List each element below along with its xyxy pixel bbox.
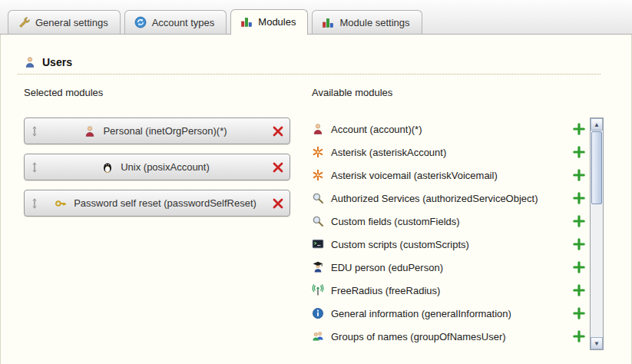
scrollbar-track[interactable] [591,131,603,337]
chart-icon [240,15,253,28]
add-icon[interactable] [573,330,585,342]
tab-general-settings[interactable]: General settings [8,10,121,34]
drag-handle-icon[interactable] [30,161,39,174]
selected-module-content: Personal (inetOrgPerson)(*) [39,125,272,137]
module-label: Custom fields (customFields) [331,216,460,227]
asterisk-icon [312,146,324,158]
add-icon[interactable] [573,123,585,135]
tab-module-settings[interactable]: Module settings [312,10,422,34]
module-label: Asterisk (asteriskAccount) [331,147,446,158]
person-icon [312,123,324,135]
group-icon [312,330,324,342]
selected-module-row[interactable]: Unix (posixAccount) [24,154,290,180]
selected-module-row[interactable]: Personal (inetOrgPerson)(*) [24,117,290,144]
magnifier-icon [312,215,324,227]
available-modules-list: Account (account)(*) Asterisk (asteriskA… [312,117,585,350]
scrollbar[interactable]: ▲ ▼ [590,117,604,350]
module-label: Account (account)(*) [331,124,422,135]
available-module-row: Account (account)(*) [312,117,585,141]
available-module-row: FreeRadius (freeRadius) [312,279,585,302]
info-icon [312,307,324,319]
add-icon[interactable] [573,169,585,181]
chart-icon [322,16,334,28]
add-icon[interactable] [573,307,585,319]
module-label: Unix (posixAccount) [121,161,210,173]
selected-modules-heading: Selected modules [24,87,312,98]
selected-module-row[interactable]: Password self reset (passwordSelfReset) [24,190,290,217]
add-icon[interactable] [573,146,585,158]
user-icon [24,56,36,68]
add-icon[interactable] [573,215,585,227]
available-module-row: Asterisk voicemail (asteriskVoicemail) [312,164,585,187]
key-icon [55,197,67,210]
add-icon[interactable] [573,261,585,273]
module-label: Groups of names (groupOfNamesUser) [331,331,506,342]
scroll-up-icon: ▲ [594,121,600,128]
tab-label: Modules [258,16,296,28]
module-label: Custom scripts (customScripts) [331,239,469,250]
available-module-row: Groups of names (groupOfNamesUser) [312,325,585,348]
selected-module-content: Unix (posixAccount) [39,161,272,174]
refresh-icon [134,16,147,28]
drag-handle-icon[interactable] [30,125,39,137]
tab-label: General settings [35,17,108,28]
available-module-row: Asterisk (asteriskAccount) [312,141,585,164]
available-modules-column: Available modules Account (account)(*) A… [312,87,614,350]
lam-config-window: General settings Account types Modules M… [0,0,632,364]
asterisk-icon [312,169,324,181]
person-icon [84,125,96,137]
module-label: EDU person (eduPerson) [331,262,443,273]
drag-handle-icon[interactable] [30,197,39,210]
wrench-icon [18,16,30,28]
available-module-row: Authorized Services (authorizedServiceOb… [312,187,585,210]
add-icon[interactable] [573,284,585,296]
module-label: Asterisk voicemail (asteriskVoicemail) [331,170,498,181]
users-section-heading: Users [18,42,601,74]
module-label: Personal (inetOrgPerson)(*) [103,125,227,137]
delete-icon[interactable] [272,197,284,210]
tab-modules[interactable]: Modules [230,9,308,35]
available-module-row: General information (generalInformation) [312,302,585,325]
graduate-icon [312,261,324,273]
add-icon[interactable] [573,238,585,250]
radio-icon [312,284,324,296]
magnifier-icon [312,192,324,204]
scroll-up-button[interactable]: ▲ [591,118,603,131]
tab-bar: General settings Account types Modules M… [0,0,632,35]
tab-label: Account types [152,17,215,28]
section-title: Users [42,56,72,68]
available-module-row: EDU person (eduPerson) [312,256,585,279]
scroll-down-button[interactable]: ▼ [591,337,603,349]
delete-icon[interactable] [272,125,284,137]
selected-module-content: Password self reset (passwordSelfReset) [39,197,272,210]
module-label: FreeRadius (freeRadius) [331,285,440,296]
module-label: General information (generalInformation) [331,308,511,319]
scroll-down-icon: ▼ [594,340,600,347]
available-module-row: Custom fields (customFields) [312,210,585,233]
available-modules-heading: Available modules [312,87,604,98]
add-icon[interactable] [573,192,585,204]
selected-modules-column: Selected modules Personal (inetOrgPerson… [18,87,312,350]
module-label: Password self reset (passwordSelfReset) [74,197,256,209]
tab-label: Module settings [339,17,409,28]
tab-account-types[interactable]: Account types [124,10,227,34]
penguin-icon [101,161,114,174]
available-module-row: Custom scripts (customScripts) [312,233,585,256]
terminal-icon [312,238,324,250]
scrollbar-thumb[interactable] [591,131,602,204]
modules-tab-content: Users Selected modules Personal (inetOrg… [0,35,632,364]
delete-icon[interactable] [272,161,284,174]
module-label: Authorized Services (authorizedServiceOb… [331,193,538,204]
